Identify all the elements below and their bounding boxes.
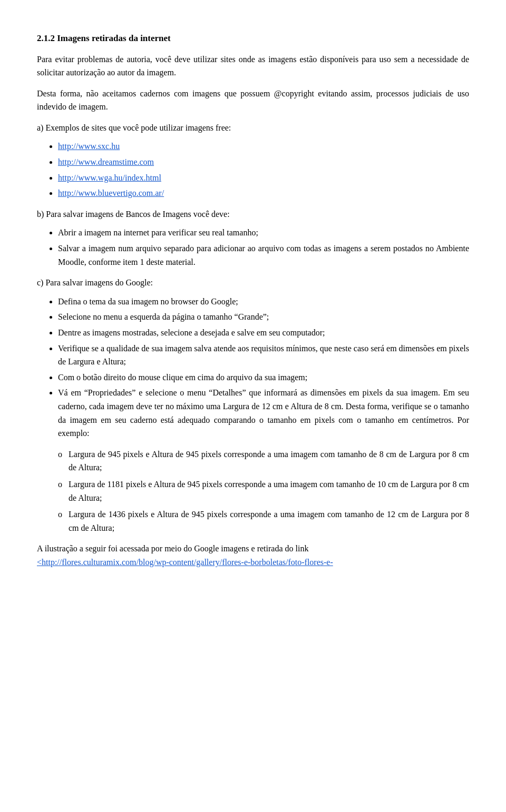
list-item-c4: Verifique se a qualidade de sua imagem s… (58, 342, 469, 369)
link-dreamstime[interactable]: http://www.dreamstime.com (58, 157, 154, 166)
list-item-link3[interactable]: http://www.wga.hu/index.html (58, 171, 469, 185)
list-item-link4[interactable]: http://www.bluevertigo.com.ar/ (58, 186, 469, 200)
link-wga[interactable]: http://www.wga.hu/index.html (58, 173, 161, 182)
link-bluevertigo[interactable]: http://www.bluevertigo.com.ar/ (58, 189, 164, 197)
section-a-label: a) Exemplos de sites que você pode utili… (37, 121, 469, 135)
section-heading: 2.1.2 Imagens retiradas da internet (37, 32, 469, 45)
bottom-para-text: A ilustração a seguir foi acessada por m… (37, 544, 308, 553)
sub-list-item-3: Largura de 1436 pixels e Altura de 945 p… (58, 508, 469, 534)
section-a-list: http://www.sxc.hu http://www.dreamstime.… (58, 140, 469, 200)
section-b-label: b) Para salvar imagens de Bancos de Imag… (37, 207, 469, 221)
intro-paragraph-2: Desta forma, não aceitamos cadernos com … (37, 87, 469, 114)
list-item-c1: Defina o tema da sua imagem no browser d… (58, 295, 469, 309)
bottom-link[interactable]: <http://flores.culturamix.com/blog/wp-co… (37, 558, 333, 567)
section-c-list: Defina o tema da sua imagem no browser d… (58, 295, 469, 440)
section-c-label: c) Para salvar imagens do Google: (37, 276, 469, 290)
list-item-c3: Dentre as imagens mostradas, selecione a… (58, 326, 469, 340)
sub-list-item-2: Largura de 1181 pixels e Altura de 945 p… (58, 478, 469, 504)
section-b-list: Abrir a imagem na internet para verifica… (58, 226, 469, 269)
list-item-b1: Abrir a imagem na internet para verifica… (58, 226, 469, 240)
list-item-c2: Selecione no menu a esquerda da página o… (58, 310, 469, 324)
intro-paragraph-1: Para evitar problemas de autoria, você d… (37, 53, 469, 80)
bottom-paragraph: A ilustração a seguir foi acessada por m… (37, 542, 469, 569)
list-item-c6: Vá em “Propriedades” e selecione o menu … (58, 386, 469, 440)
list-item-link1[interactable]: http://www.sxc.hu (58, 140, 469, 153)
sub-bullet-list: Largura de 945 pixels e Altura de 945 pi… (58, 448, 469, 535)
list-item-link2[interactable]: http://www.dreamstime.com (58, 155, 469, 169)
list-item-b2: Salvar a imagem num arquivo separado par… (58, 242, 469, 269)
list-item-c5: Com o botão direito do mouse clique em c… (58, 371, 469, 384)
sub-list-item-1: Largura de 945 pixels e Altura de 945 pi… (58, 448, 469, 474)
link-sxc[interactable]: http://www.sxc.hu (58, 142, 120, 151)
